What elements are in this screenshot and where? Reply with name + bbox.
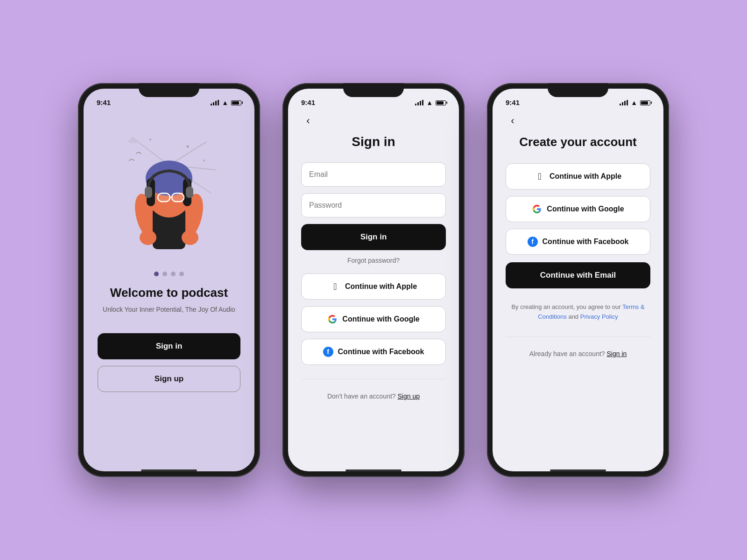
signin-submit-button[interactable]: Sign in: [301, 224, 446, 250]
continue-email-button[interactable]: Continue with Email: [506, 262, 650, 288]
dot-2: [162, 272, 167, 276]
home-indicator-3: [550, 469, 606, 471]
signal-icon-1: [211, 100, 219, 105]
dot-4: [179, 272, 184, 276]
svg-point-22: [182, 230, 198, 245]
continue-facebook-label-2: Continue with Facebook: [338, 348, 424, 356]
svg-point-5: [149, 139, 151, 140]
divider-2: [301, 379, 446, 379]
email-input[interactable]: [309, 170, 438, 179]
welcome-title: Welcome to podcast: [110, 286, 228, 300]
facebook-icon-3: f: [528, 237, 538, 247]
terms-prefix: By creating an account, you agree to our: [511, 303, 620, 310]
dot-3: [171, 272, 176, 276]
continue-apple-button-2[interactable]:  Continue with Apple: [301, 273, 446, 300]
battery-icon-2: [436, 100, 446, 105]
page-dots: [154, 272, 184, 276]
notch-2: [343, 83, 404, 97]
apple-icon-2: : [330, 281, 340, 292]
illustration-area: [98, 119, 240, 268]
signup-button[interactable]: Sign up: [98, 366, 240, 392]
time-3: 9:41: [506, 98, 520, 106]
fb-letter-2: f: [327, 348, 329, 356]
character-illustration: [113, 128, 225, 259]
signal-icon-3: [620, 100, 628, 105]
wifi-icon-3: ▲: [631, 99, 637, 106]
apple-icon-3: : [535, 171, 545, 182]
continue-google-button-2[interactable]: Continue with Google: [301, 306, 446, 332]
email-field[interactable]: [301, 162, 446, 187]
svg-rect-19: [145, 187, 152, 198]
terms-text: By creating an account, you agree to our…: [506, 302, 650, 322]
divider-3: [506, 336, 650, 337]
continue-google-label-2: Continue with Google: [342, 315, 419, 323]
bottom-text-2: Don't have an account?: [327, 392, 396, 400]
terms-mid: and: [568, 313, 578, 320]
create-account-title: Create your account: [506, 134, 650, 150]
continue-apple-label-3: Continue with Apple: [550, 172, 621, 181]
svg-rect-20: [186, 187, 193, 198]
time-2: 9:41: [301, 98, 315, 106]
continue-apple-label-2: Continue with Apple: [345, 282, 417, 291]
home-indicator-1: [141, 469, 197, 471]
welcome-subtitle: Unlock Your Inner Potential, The Joy Of …: [103, 305, 235, 315]
bottom-link-2: Don't have an account? Sign up: [301, 387, 446, 406]
continue-facebook-label-3: Continue with Facebook: [543, 238, 629, 246]
phone-3: 9:41 ▲ ‹ Create your account  Continue: [487, 83, 669, 477]
continue-facebook-button-2[interactable]: f Continue with Facebook: [301, 339, 446, 365]
signin-button[interactable]: Sign in: [98, 333, 240, 359]
home-indicator-2: [345, 469, 402, 471]
signin-link-3[interactable]: Sign in: [606, 350, 627, 357]
svg-point-6: [203, 160, 205, 161]
continue-google-button-3[interactable]: Continue with Google: [506, 196, 650, 222]
continue-google-label-3: Continue with Google: [547, 205, 624, 213]
google-icon-3: [532, 204, 542, 214]
bottom-link-3: Already have an account? Sign in: [506, 344, 650, 363]
signal-icon-2: [415, 100, 423, 105]
battery-icon-1: [231, 100, 241, 105]
signup-link-2[interactable]: Sign up: [398, 392, 420, 400]
svg-rect-18: [172, 194, 183, 201]
privacy-link[interactable]: Privacy Policy: [580, 313, 618, 320]
back-button-2[interactable]: ‹: [301, 114, 315, 128]
google-icon-2: [327, 314, 338, 324]
phone-1: 9:41 ▲: [78, 83, 260, 477]
signin-title: Sign in: [301, 134, 446, 149]
password-input[interactable]: [309, 201, 438, 210]
continue-apple-button-3[interactable]:  Continue with Apple: [506, 163, 650, 189]
notch-1: [139, 83, 199, 97]
svg-point-21: [140, 230, 156, 245]
facebook-icon-2: f: [323, 347, 333, 357]
back-button-3[interactable]: ‹: [506, 114, 520, 128]
svg-point-4: [187, 146, 189, 148]
password-field[interactable]: [301, 193, 446, 217]
wifi-icon-2: ▲: [426, 99, 433, 106]
phone-2: 9:41 ▲ ‹ Sign in: [282, 83, 465, 477]
forgot-password-link[interactable]: Forgot password?: [301, 257, 446, 264]
continue-facebook-button-3[interactable]: f Continue with Facebook: [506, 229, 650, 255]
fb-letter-3: f: [531, 238, 534, 245]
notch-3: [548, 83, 608, 97]
dot-1: [154, 272, 159, 276]
battery-icon-3: [640, 100, 650, 105]
time-1: 9:41: [97, 98, 111, 106]
status-icons-1: ▲: [211, 99, 241, 106]
status-icons-3: ▲: [620, 99, 650, 106]
wifi-icon-1: ▲: [222, 99, 228, 106]
bottom-text-3: Already have an account?: [529, 350, 605, 357]
svg-rect-17: [158, 194, 169, 201]
status-icons-2: ▲: [415, 99, 446, 106]
